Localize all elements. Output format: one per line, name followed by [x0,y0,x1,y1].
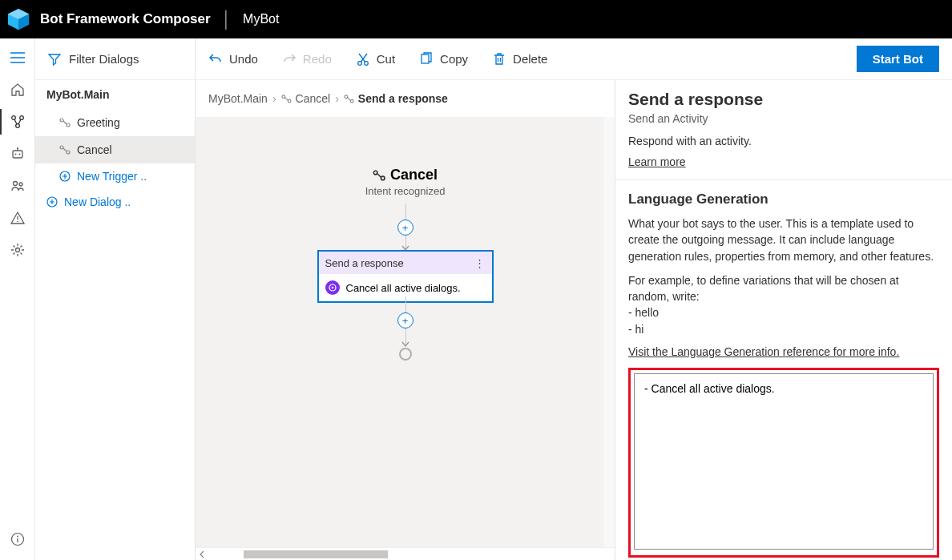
app-logo-icon [6,7,30,31]
cut-button[interactable]: Cut [356,52,395,66]
lg-example-intro: For example, to define variations that w… [628,272,939,337]
filter-icon [48,53,61,66]
undo-icon [208,52,223,66]
trigger-icon [59,145,71,155]
svg-point-9 [14,154,16,155]
trigger-subtitle: Intent recognized [365,185,446,197]
trigger-item-greeting[interactable]: Greeting [35,109,195,136]
scroll-left-icon[interactable] [197,550,207,559]
svg-point-17 [17,536,18,538]
svg-point-21 [60,146,63,149]
root-dialog-node[interactable]: MyBot.Main [35,80,195,109]
lg-reference-link[interactable]: Visit the Language Generation reference … [628,345,899,358]
navigation-rail [0,38,35,560]
user-input-icon[interactable] [10,178,26,194]
copy-icon [419,52,434,66]
svg-point-31 [350,99,353,103]
trigger-label: Cancel [77,143,112,156]
copy-button[interactable]: Copy [419,52,468,66]
undo-label: Undo [229,52,258,66]
node-header: Send a response ⋮ [319,252,492,274]
svg-point-8 [17,147,18,149]
redo-button: Redo [282,52,332,66]
delete-icon [492,52,506,66]
svg-point-11 [13,182,17,186]
notifications-icon[interactable] [10,210,26,226]
property-description: Respond with an activity. [628,135,939,147]
add-action-button[interactable]: + [397,312,413,328]
new-dialog-link[interactable]: New Dialog .. [35,189,195,215]
trigger-header[interactable]: Cancel Intent recognized [365,167,446,197]
property-title: Send a response [628,90,939,109]
trigger-icon [59,118,71,127]
more-icon[interactable]: ⋮ [474,257,486,269]
title-bar: Bot Framework Composer │ MyBot [0,0,952,38]
delete-label: Delete [513,52,547,66]
new-dialog-label: New Dialog .. [64,195,131,208]
cut-icon [356,52,370,66]
delete-button[interactable]: Delete [492,52,547,66]
svg-point-19 [60,119,63,122]
breadcrumb-root[interactable]: MyBot.Main [208,92,268,105]
home-icon[interactable] [10,82,26,98]
activity-icon [325,280,340,295]
trigger-icon [344,95,354,103]
svg-point-10 [18,154,20,155]
svg-point-5 [15,124,19,128]
settings-icon[interactable] [10,242,26,258]
svg-point-26 [364,61,368,65]
node-text: Cancel all active dialogs. [346,282,461,294]
lg-editor-input[interactable] [634,373,934,550]
scrollbar-thumb[interactable] [244,550,388,558]
property-subtitle: Send an Activity [628,112,939,125]
breadcrumb-trigger[interactable]: Cancel [281,92,331,105]
svg-point-14 [17,221,18,223]
project-name: MyBot [243,12,279,26]
design-flow-icon[interactable] [10,114,26,130]
svg-point-15 [15,248,19,252]
svg-point-20 [67,123,70,127]
breadcrumb-action: Send a response [344,92,448,105]
app-title: Bot Framework Composer [40,11,211,27]
lg-heading: Language Generation [628,191,939,207]
cut-label: Cut [377,52,395,66]
add-action-button[interactable]: + [397,220,413,236]
dialog-tree-panel: Filter Dialogs MyBot.Main Greeting Cance… [35,38,196,560]
svg-point-4 [19,116,23,120]
svg-point-3 [11,116,15,120]
bot-responses-icon[interactable] [10,146,26,162]
trigger-icon [373,170,385,181]
chevron-right-icon: › [335,92,339,105]
svg-rect-6 [13,151,22,158]
flow-connector [405,203,406,221]
trigger-icon [281,95,292,103]
canvas-column: MyBot.Main › Cancel › Send a response [196,80,615,560]
lg-editor-highlight [628,368,939,558]
new-trigger-link[interactable]: New Trigger .. [35,163,195,189]
flow-canvas[interactable]: Cancel Intent recognized + Send a respon… [196,117,615,547]
trigger-label: Greeting [77,116,120,129]
copy-label: Copy [440,52,468,66]
svg-point-28 [282,95,285,98]
node-title: Send a response [325,257,404,269]
undo-button[interactable]: Undo [208,52,258,66]
arrow-down-icon [401,341,409,348]
svg-point-32 [373,171,377,175]
lg-intro-text: What your bot says to the user. This is … [628,216,939,264]
trigger-item-cancel[interactable]: Cancel [35,136,195,163]
filter-dialogs[interactable]: Filter Dialogs [35,38,195,80]
horizontal-scrollbar[interactable] [196,547,615,560]
svg-point-35 [331,287,333,289]
command-bar: Undo Redo Cut Copy Delete Start Bot [196,38,952,80]
start-bot-button[interactable]: Start Bot [857,46,939,72]
property-panel: Send a response Send an Activity Respond… [615,80,952,560]
redo-icon [282,52,296,66]
redo-label: Redo [303,52,332,66]
learn-more-link[interactable]: Learn more [628,155,686,168]
breadcrumb: MyBot.Main › Cancel › Send a response [196,80,615,117]
svg-point-25 [357,61,361,65]
info-icon[interactable] [10,531,26,547]
action-node-send-response[interactable]: Send a response ⋮ Cancel all active dial… [317,250,494,303]
divider [615,179,952,180]
hamburger-icon[interactable] [10,50,26,66]
